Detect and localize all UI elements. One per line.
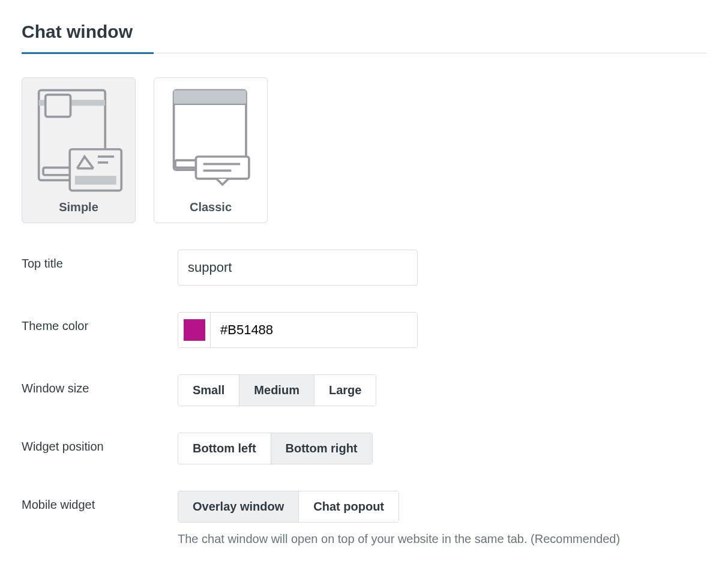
svg-rect-11 bbox=[174, 104, 246, 105]
window-size-option-medium[interactable]: Medium bbox=[239, 375, 314, 406]
window-size-option-small[interactable]: Small bbox=[178, 375, 239, 406]
section-divider bbox=[22, 53, 706, 53]
color-swatch-icon bbox=[184, 319, 205, 341]
widget-position-label: Widget position bbox=[22, 433, 178, 454]
mobile-widget-group: Overlay window Chat popout bbox=[178, 491, 399, 523]
window-size-group: Small Medium Large bbox=[178, 374, 376, 406]
top-title-input[interactable] bbox=[178, 250, 418, 286]
svg-rect-2 bbox=[46, 95, 71, 117]
widget-position-option-left[interactable]: Bottom left bbox=[178, 433, 271, 464]
mobile-widget-option-overlay[interactable]: Overlay window bbox=[178, 491, 299, 522]
top-title-label: Top title bbox=[22, 250, 178, 271]
svg-rect-13 bbox=[196, 157, 248, 179]
theme-option-classic[interactable]: Classic bbox=[154, 77, 268, 223]
theme-color-field bbox=[178, 312, 418, 348]
window-size-label: Window size bbox=[22, 374, 178, 395]
theme-simple-icon bbox=[34, 89, 124, 192]
theme-option-simple[interactable]: Simple bbox=[22, 77, 136, 223]
theme-option-classic-label: Classic bbox=[190, 200, 232, 214]
theme-color-input[interactable] bbox=[211, 313, 417, 347]
theme-selector: Simple Classic bbox=[22, 77, 706, 223]
theme-classic-icon bbox=[166, 89, 256, 192]
window-size-option-large[interactable]: Large bbox=[314, 375, 376, 406]
section-title: Chat window bbox=[22, 22, 706, 53]
svg-rect-12 bbox=[175, 160, 197, 167]
widget-position-group: Bottom left Bottom right bbox=[178, 433, 373, 464]
svg-rect-8 bbox=[75, 176, 116, 185]
theme-option-simple-label: Simple bbox=[59, 200, 98, 214]
theme-color-label: Theme color bbox=[22, 312, 178, 333]
mobile-widget-option-popout[interactable]: Chat popout bbox=[299, 491, 399, 522]
widget-position-option-right[interactable]: Bottom right bbox=[271, 433, 372, 464]
mobile-widget-label: Mobile widget bbox=[22, 491, 178, 512]
svg-rect-10 bbox=[174, 90, 246, 103]
theme-color-swatch[interactable] bbox=[178, 313, 211, 347]
mobile-widget-help: The chat window will open on top of your… bbox=[178, 530, 620, 548]
